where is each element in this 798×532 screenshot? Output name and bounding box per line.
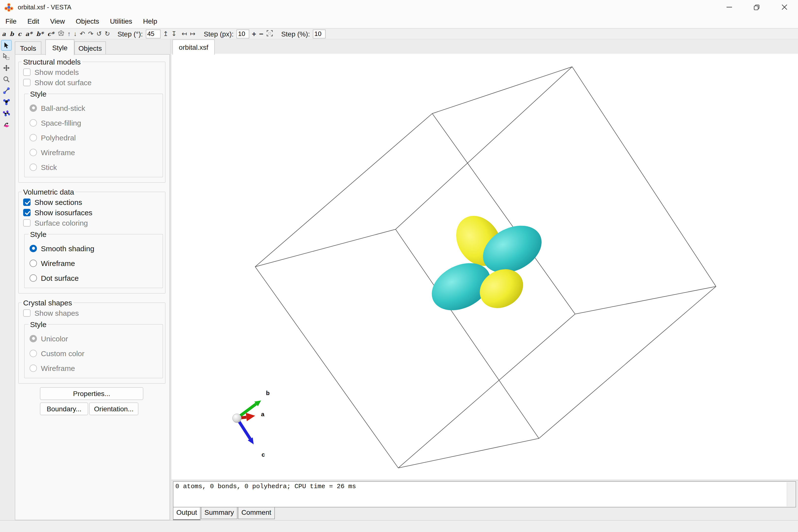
show-isosurfaces-checkbox[interactable] bbox=[23, 209, 31, 216]
boundary-button[interactable]: Boundary... bbox=[40, 402, 88, 415]
rotate-up-icon[interactable]: ↑ bbox=[66, 31, 72, 37]
tab-tools[interactable]: Tools bbox=[15, 41, 41, 55]
radio-custom-color[interactable]: Custom color bbox=[27, 348, 160, 358]
dot-surface-radio[interactable] bbox=[30, 274, 37, 282]
view-along-a-star-button[interactable]: a* bbox=[23, 30, 34, 37]
show-sections-row[interactable]: Show sections bbox=[21, 197, 163, 207]
fit-to-screen-icon[interactable] bbox=[265, 30, 274, 37]
dihedral-tool-button[interactable] bbox=[1, 108, 12, 119]
rotate-cw-icon[interactable]: ↷ bbox=[87, 31, 95, 37]
output-console[interactable]: 0 atoms, 0 bonds, 0 polyhedra; CPU time … bbox=[173, 481, 796, 507]
zoom-in-icon[interactable]: + bbox=[250, 30, 258, 38]
tab-style[interactable]: Style bbox=[45, 39, 74, 55]
radio-dot-surface[interactable]: Dot surface bbox=[27, 273, 160, 283]
cursor-icon bbox=[3, 42, 10, 49]
radio-unicolor[interactable]: Unicolor bbox=[27, 334, 160, 343]
panel-tab-bar: Tools Style Objects bbox=[15, 39, 170, 55]
step-pct-input[interactable] bbox=[313, 29, 326, 38]
view-along-c-star-button[interactable]: c* bbox=[45, 30, 56, 37]
show-dot-surface-checkbox[interactable] bbox=[23, 79, 31, 86]
custom-color-radio[interactable] bbox=[30, 349, 37, 357]
menu-help[interactable]: Help bbox=[138, 14, 163, 28]
wireframe-volumetric-radio[interactable] bbox=[30, 259, 37, 267]
surface-coloring-checkbox[interactable] bbox=[23, 219, 31, 227]
surface-coloring-row[interactable]: Surface coloring bbox=[21, 218, 163, 228]
menu-objects[interactable]: Objects bbox=[71, 14, 105, 28]
step-down-icon[interactable]: ↧ bbox=[170, 31, 178, 37]
spin-cw-icon[interactable]: ↻ bbox=[103, 31, 112, 37]
radio-smooth-shading[interactable]: Smooth shading bbox=[27, 243, 160, 253]
tab-comment[interactable]: Comment bbox=[238, 507, 274, 519]
unicolor-radio[interactable] bbox=[30, 335, 37, 342]
minimize-button[interactable] bbox=[715, 0, 743, 14]
pan-right-icon[interactable]: ↦ bbox=[188, 31, 197, 37]
tab-output[interactable]: Output bbox=[173, 507, 201, 520]
view-along-a-button[interactable]: a bbox=[0, 30, 8, 37]
polyhedral-label: Polyhedral bbox=[41, 133, 76, 141]
magnify-tool-button[interactable] bbox=[1, 74, 12, 85]
spin-ccw-icon[interactable]: ↺ bbox=[95, 31, 103, 37]
step-deg-input[interactable] bbox=[146, 29, 160, 38]
document-tab-orbital[interactable]: orbital.xsf bbox=[172, 39, 215, 55]
console-scrollbar[interactable] bbox=[787, 482, 795, 507]
wireframe-structural-radio[interactable] bbox=[30, 149, 37, 156]
space-filling-radio[interactable] bbox=[30, 119, 37, 126]
tab-objects[interactable]: Objects bbox=[74, 41, 106, 55]
close-button[interactable] bbox=[771, 0, 798, 14]
show-shapes-checkbox[interactable] bbox=[23, 309, 31, 317]
polyhedron-view-icon[interactable] bbox=[56, 30, 66, 38]
menu-edit[interactable]: Edit bbox=[22, 14, 44, 28]
show-models-row[interactable]: Show models bbox=[21, 67, 163, 77]
polyhedral-radio[interactable] bbox=[30, 134, 37, 141]
distance-tool-button[interactable] bbox=[1, 85, 12, 96]
radio-polyhedral[interactable]: Polyhedral bbox=[27, 133, 160, 142]
ball-and-stick-radio[interactable] bbox=[30, 104, 37, 112]
stick-radio[interactable] bbox=[30, 163, 37, 171]
cut-plane-tool-button[interactable] bbox=[1, 119, 12, 130]
view-along-b-star-button[interactable]: b* bbox=[34, 30, 45, 37]
show-shapes-row[interactable]: Show shapes bbox=[21, 308, 163, 318]
axes-triad: b a c bbox=[232, 390, 270, 458]
step-up-icon[interactable]: ↥ bbox=[162, 31, 170, 37]
render-viewport[interactable]: b a c bbox=[171, 54, 798, 480]
tab-summary[interactable]: Summary bbox=[201, 507, 238, 519]
zoom-out-icon[interactable]: − bbox=[258, 30, 265, 38]
axis-c-label: c bbox=[262, 451, 265, 458]
pan-left-icon[interactable]: ↤ bbox=[180, 31, 189, 37]
wireframe-crystal-radio[interactable] bbox=[30, 364, 37, 372]
show-sections-checkbox[interactable] bbox=[23, 198, 31, 206]
orientation-button[interactable]: Orientation... bbox=[89, 402, 138, 415]
select-tool-button[interactable] bbox=[1, 40, 12, 51]
view-along-b-button[interactable]: b bbox=[8, 30, 16, 37]
properties-button[interactable]: Properties... bbox=[40, 387, 143, 400]
menu-view[interactable]: View bbox=[44, 14, 70, 28]
step-px-input[interactable] bbox=[237, 29, 249, 38]
view-along-c-button[interactable]: c bbox=[16, 30, 23, 37]
rotate-down-icon[interactable]: ↓ bbox=[72, 31, 78, 37]
radio-wireframe-structural[interactable]: Wireframe bbox=[27, 147, 160, 157]
rotate-ccw-icon[interactable]: ↶ bbox=[78, 31, 87, 37]
show-isosurfaces-row[interactable]: Show isosurfaces bbox=[21, 207, 163, 218]
restore-button[interactable] bbox=[743, 0, 771, 14]
angle-tool-button[interactable] bbox=[1, 97, 12, 108]
structural-style-title: Style bbox=[28, 90, 48, 98]
translate-tool-button[interactable] bbox=[1, 62, 12, 73]
toolbar: a b c a* b* c* ↑ ↓ ↶ ↷ ↺ ↻ Step (°): ↥ ↧… bbox=[0, 28, 798, 39]
menu-utilities[interactable]: Utilities bbox=[105, 14, 138, 28]
radio-stick[interactable]: Stick bbox=[27, 162, 160, 172]
bond-angle-icon bbox=[3, 98, 10, 106]
move-icon bbox=[3, 64, 10, 72]
show-dot-surface-row[interactable]: Show dot surface bbox=[21, 77, 163, 88]
axis-a-label: a bbox=[261, 411, 265, 417]
crystal-shapes-title: Crystal shapes bbox=[22, 299, 73, 307]
structural-style-group: Style Ball-and-stick Space-filling Polyh… bbox=[24, 90, 163, 177]
radio-space-filling[interactable]: Space-filling bbox=[27, 118, 160, 128]
show-models-checkbox[interactable] bbox=[23, 69, 31, 76]
smooth-shading-radio[interactable] bbox=[30, 245, 37, 252]
surface-coloring-label: Surface coloring bbox=[35, 219, 88, 227]
radio-ball-and-stick[interactable]: Ball-and-stick bbox=[27, 103, 160, 113]
select-area-tool-button[interactable] bbox=[1, 51, 12, 62]
menu-file[interactable]: File bbox=[0, 14, 22, 28]
radio-wireframe-volumetric[interactable]: Wireframe bbox=[27, 258, 160, 268]
radio-wireframe-crystal[interactable]: Wireframe bbox=[27, 363, 160, 373]
